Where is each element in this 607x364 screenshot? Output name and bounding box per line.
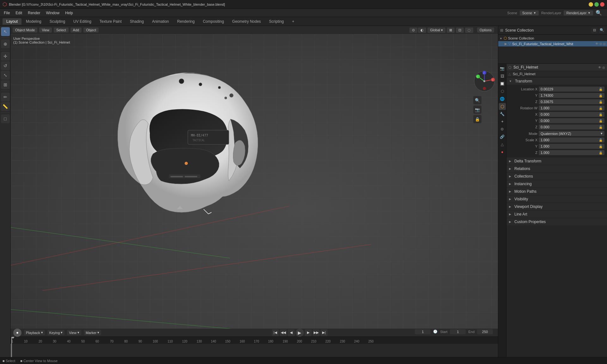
visibility-header[interactable]: Visibility (506, 196, 607, 203)
tab-rendering[interactable]: Rendering (173, 18, 198, 25)
outliner-scene-collection[interactable]: ⬡ Scene Collection (498, 35, 607, 41)
viewport-object-btn[interactable]: Object (83, 27, 99, 33)
viewport-select-btn[interactable]: Select (54, 27, 69, 33)
end-frame-input[interactable]: 250 (477, 329, 493, 334)
prop-physics-tab[interactable]: ⚙ (499, 126, 506, 133)
mode-dropdown[interactable]: Quaternion (WXYZ) ▾ (539, 131, 604, 136)
prop-material-tab[interactable]: ● (499, 149, 506, 155)
scale-x-value[interactable]: 1.000 🔓 (539, 137, 604, 143)
prop-world-tab[interactable]: 🌐 (499, 95, 506, 102)
snap-icon[interactable]: ⊡ (456, 27, 464, 33)
tab-add[interactable]: + (288, 18, 298, 25)
motion-paths-header[interactable]: Motion Paths (506, 188, 607, 195)
prop-modifier-tab[interactable]: 🔧 (499, 111, 506, 118)
prop-constraints-tab[interactable]: 🔗 (499, 133, 506, 140)
tool-cursor[interactable]: ⊕ (1, 39, 10, 48)
viewport-overlay-icon[interactable]: ⊙ (409, 27, 417, 33)
jump-start-btn[interactable]: |◀ (272, 329, 279, 336)
rotation-y-value[interactable]: 0.000 🔓 (539, 118, 604, 123)
play-btn[interactable]: ▶ (296, 329, 304, 337)
location-z-value[interactable]: 0.33675 🔓 (539, 99, 604, 104)
instancing-header[interactable]: Instancing (506, 180, 607, 187)
viewport-container[interactable]: Object Mode View Select Add Object ⊙ ◐ G… (11, 26, 498, 329)
prop-particles-tab[interactable]: ✦ (499, 118, 506, 125)
header-render-icon[interactable]: ◎ (602, 66, 605, 69)
transform-pivot-icon[interactable]: ⊠ (447, 27, 455, 33)
jump-end-btn[interactable]: ▶| (321, 329, 328, 336)
custom-properties-header[interactable]: Custom Properties (506, 218, 607, 225)
location-y-value[interactable]: 1.74300 🔓 (539, 93, 604, 98)
prop-view-tab[interactable]: 🔲 (499, 80, 506, 87)
menu-render[interactable]: Render (25, 10, 43, 16)
search-icon[interactable]: 🔍 (596, 10, 602, 16)
tab-uv-editing[interactable]: UV Editing (70, 18, 95, 25)
tab-layout[interactable]: Layout (3, 18, 21, 25)
options-btn[interactable]: Options (477, 27, 494, 33)
outliner-helmet-item[interactable]: ▶ ▽ Sci_Fi_Futuristic_Tactical_Helmet_Wh… (498, 41, 607, 46)
zoom-to-fit-icon[interactable]: 🔍 (473, 96, 481, 104)
tool-move[interactable]: ✛ (1, 52, 10, 61)
relations-header[interactable]: Relations (506, 165, 607, 172)
next-frame-btn[interactable]: ▶ (305, 329, 312, 336)
tab-shading[interactable]: Shading (126, 18, 148, 25)
tool-add[interactable]: □ (1, 114, 10, 123)
camera-view-icon[interactable]: 📷 (473, 106, 481, 114)
prop-data-tab[interactable]: △ (499, 141, 506, 148)
tab-scripting[interactable]: Scripting (265, 18, 288, 25)
tool-measure[interactable]: 📏 (1, 102, 10, 111)
menu-help[interactable]: Help (63, 10, 76, 16)
outliner-filter-icon[interactable]: ⊟ (591, 27, 598, 33)
scale-z-value[interactable]: 1.000 🔓 (539, 150, 604, 155)
lock-camera-icon[interactable]: 🔒 (473, 115, 481, 123)
minimize-button[interactable] (589, 2, 593, 7)
prop-scene-tab[interactable]: ⬡ (499, 88, 506, 95)
eye-icon[interactable]: 👁 (595, 42, 598, 46)
prop-object-tab[interactable]: ⬡ (499, 103, 506, 110)
timeline-record-btn[interactable]: ● (13, 329, 21, 337)
prop-render-tab[interactable]: 📷 (499, 65, 506, 72)
menu-window[interactable]: Window (43, 10, 62, 16)
location-x-value[interactable]: 0.00229 🔓 (539, 87, 604, 92)
proportional-edit-icon[interactable]: ◌ (465, 27, 473, 33)
renderlayer-dropdown[interactable]: RenderLayer ▼ (564, 10, 593, 15)
menu-edit[interactable]: Edit (13, 10, 25, 16)
rotation-z-value[interactable]: 0.000 🔓 (539, 124, 604, 130)
tab-sculpting[interactable]: Sculpting (46, 18, 69, 25)
play-forward-btn[interactable]: ▶▶ (313, 329, 320, 336)
tab-modeling[interactable]: Modeling (22, 18, 45, 25)
tool-select[interactable]: ↖ (1, 27, 10, 36)
menu-file[interactable]: File (1, 10, 12, 16)
rotation-x-value[interactable]: 0.000 🔓 (539, 112, 604, 117)
viewport-gizmo[interactable]: X Y Z (473, 70, 495, 92)
rotation-w-value[interactable]: 1.000 🔓 (539, 106, 604, 111)
viewport-icon[interactable]: ⊙ (599, 42, 602, 46)
play-reverse-btn[interactable]: ◀◀ (280, 329, 287, 336)
tab-animation[interactable]: Animation (148, 18, 173, 25)
prop-output-tab[interactable]: 🖼 (499, 73, 506, 80)
maximize-button[interactable] (594, 2, 599, 7)
timeline-view-dropdown[interactable]: View ▾ (67, 330, 81, 335)
viewport-view-btn[interactable]: View (39, 27, 52, 33)
collections-header[interactable]: Collections (506, 173, 607, 180)
keying-dropdown[interactable]: Keying ▾ (47, 330, 65, 335)
prev-frame-btn[interactable]: ◀ (288, 329, 295, 336)
delta-transform-header[interactable]: Delta Transform (506, 158, 607, 165)
tab-compositing[interactable]: Compositing (199, 18, 228, 25)
scale-y-value[interactable]: 1.000 🔓 (539, 144, 604, 149)
current-frame-input[interactable]: 1 (415, 329, 431, 334)
global-dropdown[interactable]: Global ▾ (427, 27, 445, 33)
marker-dropdown[interactable]: Marker ▾ (84, 330, 101, 335)
tool-rotate[interactable]: ↺ (1, 61, 10, 70)
viewport-display-header[interactable]: Viewport Display (506, 203, 607, 210)
scene-dropdown[interactable]: Scene ▼ (520, 10, 539, 15)
tab-geometry-nodes[interactable]: Geometry Nodes (228, 18, 265, 25)
timeline-content[interactable] (11, 344, 498, 357)
tool-annotate[interactable]: ✏ (1, 93, 10, 101)
playback-dropdown[interactable]: Playback ▾ (24, 330, 45, 335)
tool-transform[interactable]: ⊞ (1, 80, 10, 89)
outliner-search-icon[interactable]: 🔍 (599, 27, 605, 33)
viewport-mode-btn[interactable]: Object Mode (13, 27, 37, 33)
viewport-add-btn[interactable]: Add (71, 27, 82, 33)
start-frame-input[interactable]: 1 (450, 329, 466, 334)
tool-scale[interactable]: ⤡ (1, 71, 10, 80)
